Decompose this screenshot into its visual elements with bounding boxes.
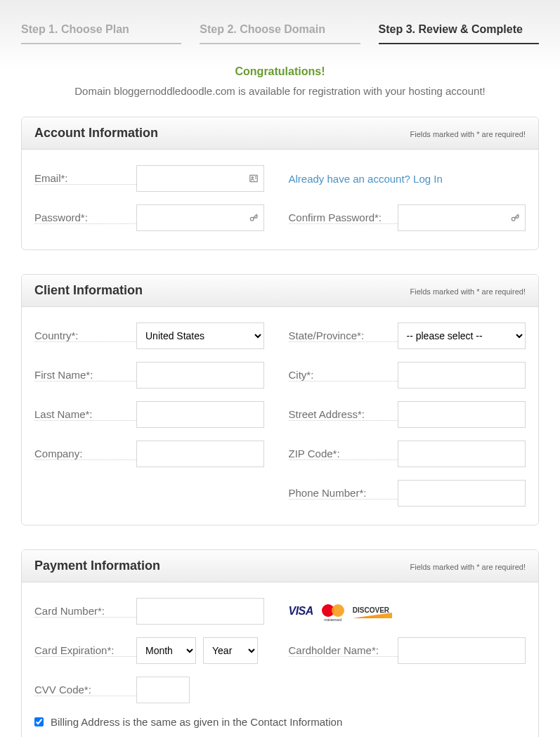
expiration-label: Card Expiration*: (34, 644, 136, 657)
visa-icon: VISA (289, 605, 313, 618)
client-title: Client Information (34, 283, 143, 298)
cardholder-label: Cardholder Name*: (289, 644, 398, 657)
payment-title: Payment Information (34, 559, 160, 573)
expiration-month-select[interactable]: Month (136, 637, 196, 664)
city-input[interactable] (398, 362, 526, 389)
confirm-password-input[interactable] (398, 204, 526, 231)
email-input[interactable] (136, 165, 264, 192)
company-label: Company: (34, 448, 136, 460)
cvv-input[interactable] (136, 677, 190, 703)
password-input[interactable] (136, 204, 264, 231)
zip-label: ZIP Code*: (289, 448, 398, 460)
expiration-year-select[interactable]: Year (203, 637, 258, 664)
street-input[interactable] (398, 401, 526, 428)
last-name-label: Last Name*: (34, 408, 136, 421)
mastercard-icon: mastercard (322, 604, 344, 618)
password-label: Password*: (34, 211, 136, 224)
step-2[interactable]: Step 2. Choose Domain (200, 23, 360, 44)
required-note: Fields marked with * are required! (410, 130, 526, 138)
state-label: State/Province*: (289, 330, 398, 342)
client-card: Client Information Fields marked with * … (21, 274, 539, 526)
phone-label: Phone Number*: (289, 487, 398, 500)
first-name-input[interactable] (136, 362, 264, 389)
billing-same-label: Billing Address is the same as given in … (51, 716, 342, 728)
confirm-password-label: Confirm Password*: (289, 211, 398, 224)
zip-input[interactable] (398, 441, 526, 467)
discover-icon: DISCOVER (353, 606, 389, 616)
billing-same-checkbox[interactable] (34, 717, 44, 726)
company-input[interactable] (136, 441, 264, 467)
city-label: City*: (289, 369, 398, 381)
street-label: Street Address*: (289, 408, 398, 421)
login-link[interactable]: Already have an account? Log In (289, 173, 443, 185)
cvv-label: CVV Code*: (34, 684, 136, 696)
step-3[interactable]: Step 3. Review & Complete (379, 23, 539, 44)
required-note: Fields marked with * are required! (410, 287, 526, 296)
steps-nav: Step 1. Choose Plan Step 2. Choose Domai… (21, 0, 539, 44)
step-1[interactable]: Step 1. Choose Plan (21, 23, 181, 44)
account-title: Account Information (34, 126, 158, 141)
country-select[interactable]: United States (136, 322, 264, 349)
phone-input[interactable] (398, 480, 526, 507)
congrats-heading: Congratulations! (21, 65, 539, 78)
card-number-label: Card Number*: (34, 605, 136, 618)
account-card: Account Information Fields marked with *… (21, 117, 539, 250)
last-name-input[interactable] (136, 401, 264, 428)
card-number-input[interactable] (136, 598, 264, 625)
email-label: Email*: (34, 172, 136, 185)
payment-card: Payment Information Fields marked with *… (21, 549, 539, 737)
required-note: Fields marked with * are required! (410, 563, 526, 571)
domain-availability-text: Domain bloggernoddledoodle.com is availa… (21, 85, 539, 97)
cardholder-input[interactable] (398, 637, 526, 664)
first-name-label: First Name*: (34, 369, 136, 381)
country-label: Country*: (34, 330, 136, 342)
state-select[interactable]: -- please select -- (398, 322, 526, 349)
card-logos: VISA mastercard DISCOVER (289, 604, 390, 618)
